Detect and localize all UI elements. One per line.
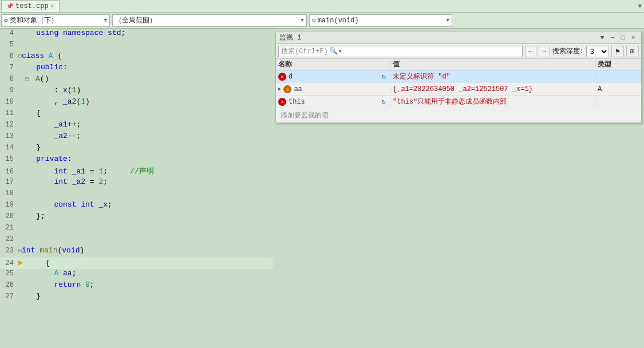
code-line-8[interactable]: 8 ⊟ A() [0,74,273,86]
watch-title: 监视 1 [279,33,596,42]
line-number-6: 6 [0,52,18,60]
line-content-9: :_x(1) [18,86,273,94]
line-number-15: 15 [0,155,18,163]
execution-arrow: ▶ [18,258,27,267]
toolbar-row: ⚙ 类和对象（下） ▼ （全局范围） ▼ ⚙ main(void) ▼ [0,13,644,29]
watch-row-this[interactable]: ✕ this ↻ "this"只能用于非静态成员函数内部 [276,96,641,108]
code-line-17[interactable]: 17 int _a2 = 2; [0,177,273,189]
line-number-27: 27 [0,292,18,300]
line-content-6: ⊟class A { [18,52,273,60]
watch-cell-name-this: ✕ this ↻ [276,98,390,106]
code-line-13[interactable]: 13 _a2--; [0,132,273,143]
col-type-header: 类型 [595,60,641,69]
code-line-12[interactable]: 12 _a1++; [0,120,273,132]
depth-select[interactable]: 3 1 2 4 5 [586,46,609,57]
line-number-4: 4 [0,29,18,37]
line-content-14: } [18,143,273,152]
code-line-22[interactable]: 22 [0,235,273,246]
refresh-icon-d[interactable]: ↻ [380,73,388,81]
code-line-23[interactable]: 23⊟int main(void) [0,246,273,258]
col-name-header: 名称 [276,60,390,69]
code-line-20[interactable]: 20 }; [0,212,273,223]
line-number-26: 26 [0,281,18,289]
line-content-5 [18,40,273,49]
code-line-18[interactable]: 18 [0,189,273,200]
watch-cell-name-aa: ▶ ⚠ aa [276,85,390,93]
function-dropdown[interactable]: ⚙ main(void) ▼ [309,14,452,27]
code-line-26[interactable]: 26 return 0; [0,280,273,292]
watch-row-aa[interactable]: ▶ ⚠ aa {_a1=2022634050 _a2=12521507 _x=1… [276,83,641,96]
line-content-23: ⊟int main(void) [18,246,273,255]
tab-bar-scroll[interactable]: ▼ [638,3,644,10]
line-number-8: 8 [0,75,18,83]
code-line-27[interactable]: 27 } [0,292,273,303]
code-line-6[interactable]: 6⊟class A { [0,52,273,63]
line-number-10: 10 [0,98,18,106]
code-line-4[interactable]: 4 using namespace std; [0,29,273,40]
code-line-10[interactable]: 10 , _a2(1) [0,97,273,109]
tab-test-cpp[interactable]: 📌 test.cpp × [1,0,60,12]
scope-dropdown-label: （全局范围） [115,15,156,25]
line-content-8: ⊟ A() [18,74,273,83]
code-line-21[interactable]: 21 [0,223,273,235]
watch-table-header: 名称 值 类型 [276,59,641,70]
line-content-16: int _a1 = 1; //声明 [18,166,273,176]
code-line-5[interactable]: 5 [0,40,273,52]
class-dropdown-label: 类和对象（下） [10,15,58,25]
function-dropdown-arrow: ▼ [447,18,449,23]
line-content-21 [18,223,273,232]
search-icon: 🔍 [329,47,338,56]
line-number-25: 25 [0,270,18,278]
expand-icon-aa[interactable]: ▶ [278,86,281,92]
watch-panel: 监视 1 ▼ ─ □ × 搜索(Ctrl+E) 🔍 ▼ ← → 搜索深度: 3 … [275,31,642,123]
function-dropdown-label: main(void) [318,17,359,25]
watch-toolbar: 搜索(Ctrl+E) 🔍 ▼ ← → 搜索深度: 3 1 2 4 5 ⚑ ⊞ [276,44,641,59]
line-content-20: }; [18,212,273,220]
line-number-19: 19 [0,201,18,209]
watch-maximize-btn[interactable]: □ [618,33,627,42]
line-content-18 [18,189,273,197]
tab-close-icon[interactable]: × [51,3,54,10]
code-line-16[interactable]: 16 int _a1 = 1; //声明 [0,166,273,177]
line-number-13: 13 [0,132,18,140]
code-line-25[interactable]: 25 A aa; [0,269,273,280]
code-line-14[interactable]: 14 } [0,143,273,155]
main-content: 4 using namespace std;5 6⊟class A {7 pub… [0,29,644,348]
code-editor[interactable]: 4 using namespace std;5 6⊟class A {7 pub… [0,29,273,348]
code-line-24[interactable]: 24▶ { [0,258,273,269]
watch-value-aa: {_a1=2022634050 _a2=12521507 _x=1} [390,85,595,93]
watch-search-field[interactable]: 搜索(Ctrl+E) 🔍 ▼ [278,46,523,57]
watch-row-d[interactable]: ✕ d ↻ 未定义标识符 "d" [276,70,641,83]
code-line-11[interactable]: 11 { [0,109,273,120]
watch-btn-1[interactable]: ⚑ [611,46,624,57]
watch-add-label: 添加要监视的项 [280,112,329,120]
watch-dropdown-btn[interactable]: ▼ [598,33,607,42]
error-icon-this: ✕ [278,98,286,106]
line-number-11: 11 [0,109,18,117]
line-number-20: 20 [0,212,18,220]
watch-name-this: this [289,98,305,106]
function-dropdown-icon: ⚙ [312,17,316,24]
line-content-11: { [18,109,273,117]
line-content-17: int _a2 = 2; [18,177,273,186]
search-forward-btn[interactable]: → [539,46,550,57]
watch-close-btn[interactable]: × [629,33,638,42]
watch-minimize-btn[interactable]: ─ [608,33,617,42]
watch-cell-name-d: ✕ d ↻ [276,73,390,81]
watch-value-d: 未定义标识符 "d" [390,72,595,81]
refresh-icon-this[interactable]: ↻ [380,98,388,106]
code-line-9[interactable]: 9 :_x(1) [0,86,273,97]
watch-btn-2[interactable]: ⊞ [626,46,639,57]
line-content-19: const int _x; [18,200,273,209]
class-dropdown-arrow: ▼ [104,18,107,23]
search-back-btn[interactable]: ← [525,46,536,57]
code-line-7[interactable]: 7 public: [0,63,273,74]
watch-add-row[interactable]: 添加要监视的项 [276,108,641,122]
search-dropdown-icon[interactable]: ▼ [339,49,342,54]
scope-dropdown[interactable]: （全局范围） ▼ [112,14,307,27]
code-line-15[interactable]: 15 private: [0,155,273,166]
class-dropdown-icon: ⚙ [4,17,8,24]
code-line-19[interactable]: 19 const int _x; [0,200,273,212]
line-content-10: , _a2(1) [18,97,273,106]
class-dropdown[interactable]: ⚙ 类和对象（下） ▼ [1,14,110,27]
